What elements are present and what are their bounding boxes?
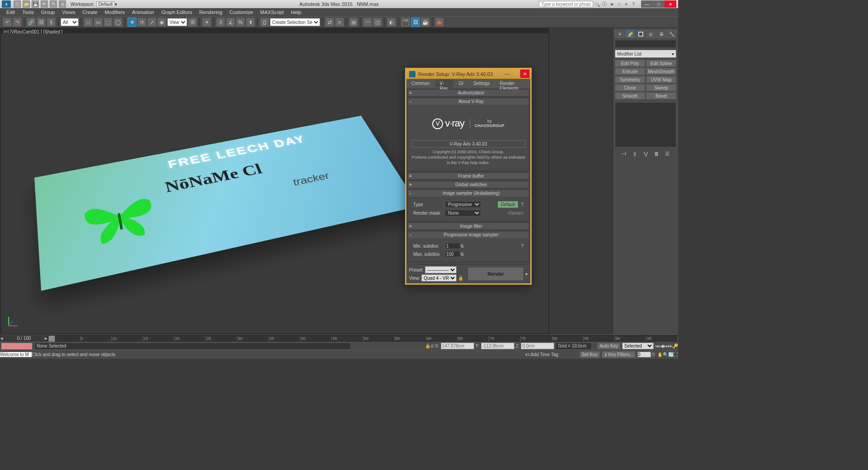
menu-tools[interactable]: Tools	[19, 9, 38, 15]
named-sel-select[interactable]: Create Selection Se	[270, 18, 320, 26]
material-icon[interactable]: ◐	[387, 18, 396, 27]
rollout-image-filter[interactable]: +Image filter	[408, 223, 529, 230]
sel-paint-icon[interactable]: ◯	[113, 18, 123, 27]
setkey-button[interactable]: Set Key	[580, 351, 600, 358]
lock-icon[interactable]: 🔒	[458, 276, 463, 281]
max-subdivs-input[interactable]	[445, 251, 460, 257]
goto-start-icon[interactable]: ⏮	[656, 343, 660, 348]
unlink-tool-icon[interactable]: ⛓	[37, 18, 46, 27]
sel-rect-icon[interactable]: □	[84, 18, 93, 27]
app-logo-icon[interactable]: 3	[2, 0, 11, 8]
layer-icon[interactable]: ▤	[349, 18, 358, 27]
scale-tool-icon[interactable]: ⤢	[147, 18, 156, 27]
z-coord-input[interactable]	[521, 343, 554, 349]
angle-snap-icon[interactable]: ∡	[226, 18, 235, 27]
tab-render-elements[interactable]: Render Elements	[495, 79, 530, 88]
redo-icon[interactable]: ↷	[50, 0, 57, 8]
render-frame-icon[interactable]: 🖼	[411, 18, 420, 27]
keymode-icon[interactable]: ⊙	[430, 343, 434, 348]
default-button[interactable]: Default	[498, 201, 519, 208]
play-icon[interactable]: ▶	[662, 343, 666, 348]
render-dropdown-icon[interactable]: ▾	[525, 272, 528, 277]
mod-editspline-button[interactable]: Edit Spline	[646, 60, 676, 67]
spinner-icon[interactable]: ⇅	[460, 252, 464, 257]
mod-clone-button[interactable]: Clone	[615, 84, 645, 91]
lookup-icon[interactable]: 🔍	[594, 1, 600, 7]
pivot-icon[interactable]: ⦿	[188, 18, 197, 27]
tab-common[interactable]: Common	[406, 79, 435, 88]
menu-modifiers[interactable]: Modifiers	[101, 9, 128, 15]
mod-smooth-button[interactable]: Smooth	[615, 92, 645, 99]
new-icon[interactable]: □	[14, 0, 21, 8]
chevron-down-icon[interactable]: ▾	[115, 2, 117, 7]
modifier-list-select[interactable]: Modifier List ▾	[615, 50, 676, 58]
render-mask-select[interactable]: None	[445, 210, 481, 216]
configure-icon[interactable]: ☰	[663, 150, 671, 157]
menu-maxscript[interactable]: MAXScript	[257, 9, 288, 15]
undo-tool-icon[interactable]: ↶	[3, 18, 12, 27]
create-tab-icon[interactable]: ✳	[615, 30, 624, 38]
render-prod-icon[interactable]: ☕	[421, 18, 430, 27]
mod-meshsmooth-button[interactable]: MeshSmooth	[646, 68, 676, 75]
show-end-icon[interactable]: ||	[631, 150, 639, 157]
render-setup-icon[interactable]: 🎬	[401, 18, 410, 27]
menu-edit[interactable]: Edit	[3, 9, 19, 15]
dialog-maximize-button[interactable]: □	[511, 70, 520, 78]
remove-mod-icon[interactable]: 🗑	[652, 150, 660, 157]
min-subdivs-input[interactable]	[445, 243, 460, 249]
time-ruler[interactable]: 0510152025303540455055606570758085909510…	[48, 335, 678, 342]
utilities-tab-icon[interactable]: 🔧	[667, 30, 676, 38]
mirror-icon[interactable]: ⇄	[325, 18, 334, 27]
sel-marquee-icon[interactable]: ⬚	[104, 18, 113, 27]
menu-group[interactable]: Group	[38, 9, 59, 15]
align-icon[interactable]: ≡	[335, 18, 344, 27]
curve-editor-icon[interactable]: 〰	[363, 18, 372, 27]
star2-icon[interactable]: ☆	[616, 1, 622, 7]
modifier-stack[interactable]	[615, 102, 676, 147]
lock-icon[interactable]: 🔒	[425, 343, 430, 348]
rollout-prog-sampler[interactable]: -Progressive image sampler	[408, 231, 529, 238]
schematic-icon[interactable]: ◫	[373, 18, 382, 27]
motion-tab-icon[interactable]: ◎	[646, 30, 656, 38]
spinner-icon[interactable]: ⇅	[460, 244, 464, 249]
link-icon[interactable]: ⎋	[59, 0, 66, 8]
autokey-button[interactable]: Auto Key	[597, 343, 620, 349]
mod-symmetry-button[interactable]: Symmetry	[615, 76, 645, 83]
nav-orbit-icon[interactable]: 🔄	[668, 352, 674, 357]
help-icon[interactable]: ?	[630, 1, 637, 7]
close-button[interactable]: ✕	[665, 0, 676, 8]
percent-snap-icon[interactable]: %	[236, 18, 245, 27]
y-coord-input[interactable]	[481, 343, 514, 349]
dialog-close-button[interactable]: ✕	[520, 70, 529, 78]
rollout-global-switches[interactable]: +Global switches	[408, 181, 529, 188]
tab-settings[interactable]: Settings	[468, 79, 495, 88]
menu-help[interactable]: Help	[288, 9, 305, 15]
manip-icon[interactable]: ✦	[202, 18, 211, 27]
help-icon[interactable]: ?	[521, 202, 524, 207]
open-icon[interactable]: 📂	[23, 0, 30, 8]
named-sel-icon[interactable]: {}	[260, 18, 269, 27]
sampler-type-select[interactable]: Progressive	[445, 201, 481, 208]
render-titlebar[interactable]: Render Setup: V-Ray Adv 3.40.03 — □ ✕	[406, 69, 530, 79]
minimize-button[interactable]: —	[641, 0, 653, 8]
menu-graph-editors[interactable]: Graph Editors	[158, 9, 196, 15]
nav-zoom-icon[interactable]: 🔍	[663, 352, 668, 357]
dialog-minimize-button[interactable]: —	[502, 70, 511, 78]
goto-end-icon[interactable]: ⏭	[668, 343, 673, 348]
mod-bevel-button[interactable]: Bevel	[646, 92, 676, 99]
maximize-button[interactable]: □	[653, 0, 665, 8]
menu-customize[interactable]: Customize	[226, 9, 257, 15]
workspace-selector[interactable]: Workspace: Default ▾	[71, 1, 117, 7]
unique-icon[interactable]: ⋁	[642, 150, 650, 157]
timeline-right-icon[interactable]: ▸	[44, 335, 48, 341]
menu-views[interactable]: Views	[58, 9, 79, 15]
move-tool-icon[interactable]: ✥	[127, 18, 137, 27]
timeline-left-icon[interactable]: ◂	[0, 335, 4, 341]
time-config-icon[interactable]: ⏱	[651, 352, 656, 357]
rollout-authorization[interactable]: +Authorization	[408, 89, 529, 96]
selection-filter[interactable]: All	[61, 18, 79, 26]
link-tool-icon[interactable]: 🔗	[27, 18, 36, 27]
ref-coord-select[interactable]: View	[167, 18, 187, 26]
modify-tab-icon[interactable]: 🌈	[625, 30, 635, 38]
render-button[interactable]: Render	[468, 267, 524, 281]
